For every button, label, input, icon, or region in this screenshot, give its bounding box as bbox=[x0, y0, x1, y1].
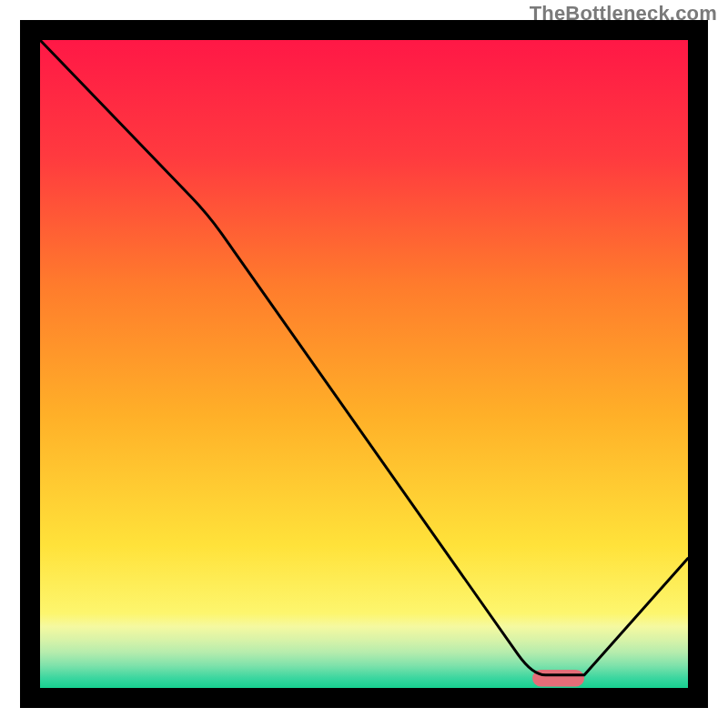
plot-background bbox=[40, 40, 688, 688]
chart-stage: TheBottleneck.com bbox=[0, 0, 728, 728]
optimal-zone-marker bbox=[532, 670, 584, 687]
chart-svg bbox=[0, 0, 728, 728]
